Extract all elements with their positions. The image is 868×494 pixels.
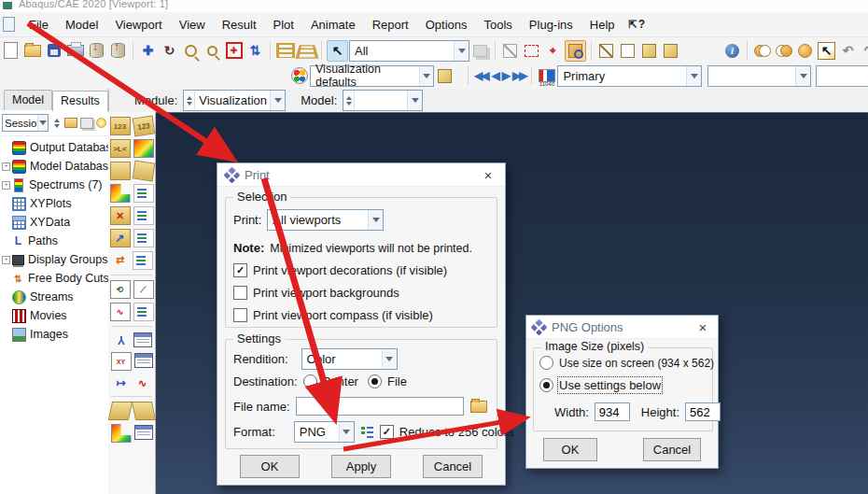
undo-icon[interactable]: ↶ — [838, 41, 858, 61]
animation-options-icon[interactable] — [133, 303, 154, 321]
new-file-icon[interactable] — [1, 41, 21, 61]
create-ladder-icon[interactable] — [275, 41, 295, 61]
deformed-shape-combo[interactable] — [816, 65, 868, 87]
chevron-down-icon[interactable] — [686, 66, 701, 86]
select-cursor-icon[interactable]: ↖ — [327, 40, 348, 62]
tree-item-movies[interactable]: Movies — [0, 306, 108, 325]
next-frame-icon[interactable]: ▶ — [500, 69, 511, 82]
chevron-down-icon[interactable] — [339, 422, 354, 442]
open-file-icon[interactable] — [22, 41, 42, 61]
xy-table-icon[interactable]: XY — [111, 352, 132, 371]
model-combo[interactable] — [343, 90, 423, 111]
format-combo[interactable]: PNG — [294, 421, 355, 443]
tree-item-spectrums[interactable]: +Spectrums (7) — [0, 176, 108, 194]
png-options-icon[interactable] — [360, 425, 374, 439]
create-xy-data-icon[interactable]: Y — [112, 332, 131, 348]
animate-harmonic-icon[interactable]: ∿ — [110, 303, 131, 321]
decorations-label[interactable]: Print viewport decorations (if visible) — [253, 263, 447, 277]
open-odb-icon[interactable]: ↓ — [87, 41, 106, 61]
use-screen-size-label[interactable]: Use size on screen (934 x 562) — [559, 357, 714, 370]
file-radio[interactable] — [368, 374, 382, 388]
plot-symbols-icon[interactable]: >L< — [110, 139, 131, 158]
rotate-view-icon[interactable]: ↻ — [160, 41, 179, 61]
tree-item-display-groups[interactable]: +Display Groups (1) — [0, 250, 108, 269]
height-input[interactable] — [685, 402, 721, 421]
menu-viewport[interactable]: Viewport — [106, 15, 170, 35]
tree-item-xydata[interactable]: XYData — [0, 213, 108, 232]
spectrum-cut-icon[interactable] — [111, 424, 132, 443]
symbol-options-icon[interactable] — [133, 206, 154, 225]
chevron-down-icon[interactable] — [407, 91, 422, 110]
orientation-options-icon[interactable] — [133, 229, 154, 247]
chevron-down-icon[interactable] — [419, 66, 433, 86]
chevron-down-icon[interactable] — [454, 41, 469, 61]
chevron-down-icon[interactable] — [795, 66, 810, 86]
query-probe-icon[interactable]: ⌖ — [543, 41, 563, 61]
tab-model[interactable]: Model — [4, 90, 52, 110]
magnify-icon[interactable] — [181, 41, 201, 61]
filled-render-icon[interactable] — [661, 41, 680, 61]
use-settings-label[interactable]: Use settings below — [559, 378, 661, 392]
color-code-palette-icon[interactable] — [289, 66, 309, 86]
create-path-icon[interactable]: ↦ — [112, 374, 131, 391]
compass-label[interactable]: Print viewport compass (if visible) — [253, 308, 433, 322]
auto-fit-icon[interactable]: ✚ — [224, 41, 244, 61]
plot-deformed-icon[interactable]: 123 — [132, 116, 155, 137]
xy-data-manager-icon[interactable] — [133, 332, 152, 348]
selection-filter-combo[interactable]: All — [349, 40, 469, 62]
arrow-annotation-icon[interactable]: ↖ — [817, 41, 836, 61]
menu-report[interactable]: Report — [364, 15, 417, 35]
print-target-combo[interactable]: All viewports — [267, 209, 384, 231]
contour-options-icon[interactable] — [133, 184, 154, 203]
menu-tools[interactable]: Tools — [475, 15, 520, 35]
menu-plot[interactable]: Plot — [265, 15, 302, 35]
color-defaults-combo[interactable]: Visualization defaults — [310, 65, 434, 87]
chevron-down-icon[interactable] — [37, 115, 48, 131]
png-cancel-button[interactable]: Cancel — [643, 438, 701, 461]
chevron-down-icon[interactable] — [382, 349, 397, 369]
tree-item-streams[interactable]: Streams — [0, 288, 108, 306]
apply-button[interactable]: Apply — [331, 455, 391, 478]
copy-viewport-icon[interactable] — [470, 41, 490, 61]
browse-folder-icon[interactable] — [470, 398, 487, 415]
close-icon[interactable]: × — [694, 319, 711, 335]
render-style-cube-icon[interactable] — [435, 66, 463, 86]
boolean-intersect-icon[interactable] — [774, 41, 793, 61]
tree-item-free-body-cuts[interactable]: ⇅Free Body Cuts — [0, 269, 108, 288]
chevron-down-icon[interactable] — [270, 91, 285, 110]
collapse-folder-icon[interactable] — [64, 117, 77, 130]
animate-history-icon[interactable]: ⟋ — [133, 280, 154, 299]
boolean-union-icon[interactable] — [752, 41, 772, 61]
tree-item-output-databases[interactable]: Output Databases — [0, 138, 108, 157]
menu-plugins[interactable]: Plug-ins — [521, 15, 581, 35]
use-screen-size-radio[interactable] — [539, 356, 553, 370]
menu-help[interactable]: Help — [581, 15, 623, 35]
save-icon[interactable] — [44, 41, 63, 61]
last-frame-icon[interactable]: ▶▶ — [511, 69, 527, 82]
backgrounds-label[interactable]: Print viewport backgrounds — [253, 286, 399, 300]
system-menu-icon[interactable] — [3, 17, 15, 32]
link-session-icon[interactable] — [80, 117, 93, 130]
spinner-icon[interactable] — [343, 91, 355, 110]
compass-checkbox[interactable] — [233, 308, 247, 322]
session-combo[interactable]: Sessio — [2, 114, 49, 132]
tree-item-images[interactable]: Images — [0, 325, 108, 344]
width-input[interactable] — [595, 402, 630, 421]
reduce-colors-checkbox[interactable]: ✓ — [380, 425, 394, 439]
stream-create-icon[interactable] — [107, 402, 132, 420]
mat-orientation-icon[interactable]: ↗ — [110, 229, 131, 247]
tree-item-model-database[interactable]: +Model Database ( — [0, 157, 108, 176]
cancel-button[interactable]: Cancel — [423, 455, 483, 478]
contour-shape-icon[interactable] — [110, 184, 131, 203]
printer-radio[interactable] — [303, 374, 317, 388]
printer-radio-label[interactable]: Printer — [323, 374, 358, 388]
close-icon[interactable]: × — [480, 167, 497, 183]
menu-animate[interactable]: Animate — [302, 15, 364, 35]
symbol-plot-icon[interactable]: ✕ — [110, 206, 131, 225]
redo-icon[interactable]: ↷ — [860, 41, 868, 61]
overlay-options-icon[interactable] — [133, 251, 153, 270]
png-ok-button[interactable]: OK — [543, 438, 597, 461]
frame-selector-combo[interactable] — [707, 65, 811, 87]
cycle-views-icon[interactable]: ⇅ — [245, 41, 265, 61]
box-zoom-icon[interactable] — [203, 41, 222, 61]
